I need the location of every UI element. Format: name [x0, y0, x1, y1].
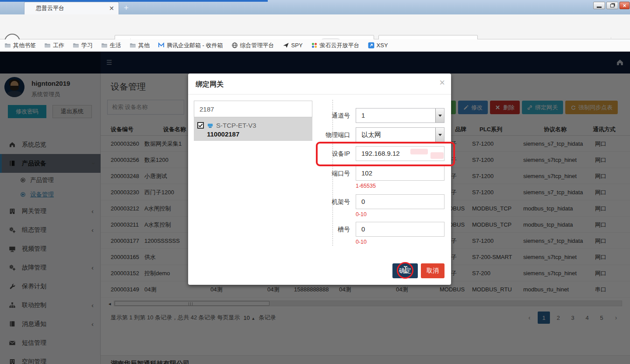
field-hint: 0-10 [356, 211, 367, 217]
field-hint: 1-65535 [356, 183, 376, 189]
input-机架号[interactable]: 0 [356, 194, 444, 209]
field-value: 1 [361, 108, 365, 122]
field-label: 机架号 [315, 194, 350, 209]
window-restore-button[interactable] [606, 2, 618, 9]
tab-close-icon[interactable]: ✕ [109, 5, 114, 11]
bookmarks-bar: 其他书签工作学习生活其他腾讯企业邮箱 - 收件箱综合管理平台SPY萤石云开放平台… [0, 39, 630, 52]
browser-nav-bar: ← → ↻ ⌂ iot.idosp.net/admin/index.html?l… [0, 14, 630, 39]
input-槽号[interactable]: 0 [356, 222, 444, 237]
bookmark-item[interactable]: 工作 [44, 42, 64, 49]
folder-icon [73, 42, 79, 49]
cancel-button[interactable]: 取消 [421, 263, 444, 278]
bookmark-label: 萤石云开放平台 [320, 42, 360, 49]
folder-icon [44, 42, 51, 49]
new-tab-button[interactable]: + [124, 3, 129, 13]
annotation-highlight-box [316, 142, 455, 166]
bookmark-label: 生活 [110, 42, 121, 49]
field-value: 以太网 [361, 128, 381, 142]
bookmark-label: XSY [377, 42, 388, 49]
ys-icon [311, 42, 318, 49]
bookmark-label: 其他书签 [13, 42, 36, 49]
dropdown-arrow-icon[interactable] [435, 108, 444, 122]
field-value: 0 [361, 222, 365, 236]
select-物理端口[interactable]: 以太网 [356, 127, 444, 142]
text-cursor-icon [403, 266, 408, 274]
screen: 思普云平台 ✕ + × ← → ↻ ⌂ iot.idosp.net/admin/… [0, 0, 630, 364]
bookmark-item[interactable]: 学习 [73, 42, 93, 49]
xsy-icon [368, 42, 374, 49]
gateway-list-item[interactable]: S-TCP-ET-V3 110002187 [194, 117, 312, 141]
gateway-icon [207, 122, 214, 129]
field-label: 物理端口 [315, 127, 350, 142]
bookmark-item[interactable]: XSY [368, 42, 388, 49]
globe-icon [231, 42, 238, 49]
plane-icon [283, 42, 289, 49]
bookmark-label: 综合管理平台 [240, 42, 274, 49]
browser-tab-bar: 思普云平台 ✕ + × [0, 0, 630, 14]
bookmark-item[interactable]: 综合管理平台 [231, 42, 274, 49]
tab-title: 思普云平台 [36, 4, 109, 12]
field-hint: 0-10 [356, 239, 367, 245]
bookmark-item[interactable]: 腾讯企业邮箱 - 收件箱 [158, 42, 223, 49]
folder-icon [101, 42, 108, 49]
bookmark-item[interactable]: 萤石云开放平台 [311, 42, 360, 49]
field-value: 0 [361, 195, 365, 209]
bookmark-label: 其他 [138, 42, 150, 49]
bookmark-label: 学习 [81, 42, 93, 49]
bookmark-item[interactable]: 其他 [130, 42, 150, 49]
bookmark-item[interactable]: 其他书签 [4, 42, 36, 49]
browser-tab[interactable]: 思普云平台 ✕ [24, 2, 119, 14]
bookmark-label: 工作 [53, 42, 64, 49]
gateway-name: S-TCP-ET-V3 [216, 122, 256, 129]
modal-header: 绑定网关 × [188, 74, 451, 94]
select-通道号[interactable]: 1 [356, 108, 444, 123]
field-label: 通道号 [315, 108, 350, 123]
folder-icon [130, 42, 136, 49]
gateway-search-input[interactable]: 2187 [194, 101, 312, 117]
gateway-checkbox[interactable] [197, 122, 204, 129]
bookmark-item[interactable]: SPY [283, 42, 303, 49]
gateway-id: 110002187 [207, 130, 239, 138]
modal-title: 绑定网关 [196, 80, 224, 89]
tencent-icon [158, 42, 164, 49]
bind-gateway-modal: 绑定网关 × 2187 S-TCP-ET-V3 110002187 通道号1物理… [188, 74, 451, 285]
input-端口号[interactable]: 102 [356, 166, 444, 181]
field-label: 端口号 [315, 166, 350, 181]
field-value: 102 [361, 166, 372, 180]
modal-close-icon[interactable]: × [439, 78, 445, 88]
bookmark-label: 腾讯企业邮箱 - 收件箱 [167, 42, 223, 49]
bookmark-item[interactable]: 生活 [101, 42, 121, 49]
folder-icon [4, 42, 11, 49]
dropdown-arrow-icon[interactable] [435, 128, 444, 142]
bookmark-label: SPY [291, 42, 303, 49]
field-label: 槽号 [315, 222, 350, 237]
window-close-button[interactable]: × [620, 2, 630, 9]
window-minimize-button[interactable] [593, 2, 605, 9]
